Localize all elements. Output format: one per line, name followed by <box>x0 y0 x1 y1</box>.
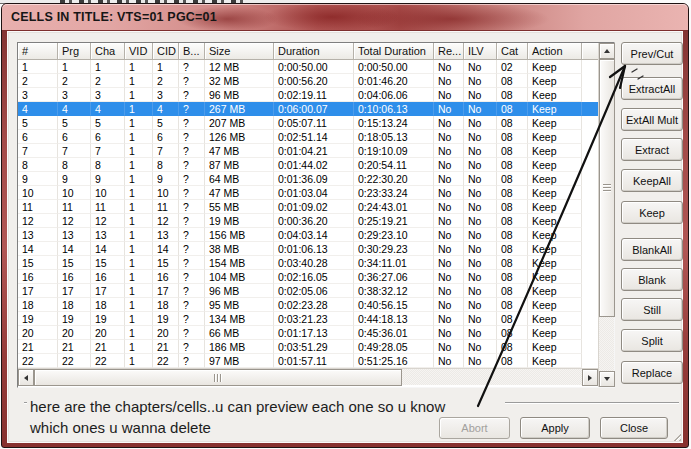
vertical-scrollbar[interactable] <box>598 43 614 387</box>
blank-button[interactable]: Blank <box>621 268 683 291</box>
cell: 08 <box>497 200 528 214</box>
cell: 1 <box>125 242 153 256</box>
cell: 3 <box>153 88 179 102</box>
extractall-button[interactable]: ExtractAll <box>621 77 683 100</box>
cell: No <box>434 354 464 368</box>
cell: 18 <box>18 298 58 312</box>
table-row-22[interactable]: 222222122?97 MB0:01:57.110:51:25.16NoNo0… <box>18 354 598 368</box>
cell: 11 <box>58 200 91 214</box>
scroll-up-button[interactable] <box>599 43 615 59</box>
replace-button[interactable]: Replace <box>621 361 683 384</box>
cell: 1 <box>125 312 153 326</box>
table-row-1[interactable]: 11111?12 MB0:00:50.000:00:50.00NoNo02Kee… <box>18 60 598 74</box>
column-header-duration[interactable]: Duration <box>274 43 354 60</box>
cell: 0:40:56.15 <box>354 298 434 312</box>
table-row-19[interactable]: 191919119?134 MB0:03:21.230:44:18.13NoNo… <box>18 312 598 326</box>
cell: 21 <box>153 340 179 354</box>
table-row-18[interactable]: 181818118?95 MB0:02:23.280:40:56.15NoNo0… <box>18 298 598 312</box>
cell: 0:02:19.11 <box>274 88 354 102</box>
cell: 08 <box>497 88 528 102</box>
horizontal-scrollbar-track[interactable] <box>402 369 582 385</box>
apply-button[interactable]: Apply <box>520 417 590 439</box>
cell: 104 MB <box>205 270 274 284</box>
table-row-9[interactable]: 99919?64 MB0:01:36.090:22:30.20NoNo08Kee… <box>18 172 598 186</box>
table-row-5[interactable]: 55515?207 MB0:05:07.110:15:13.24NoNo08Ke… <box>18 116 598 130</box>
table-row-6[interactable]: 66616?126 MB0:02:51.140:18:05.13NoNo08Ke… <box>18 130 598 144</box>
close-button[interactable]: Close <box>600 417 668 439</box>
vertical-scrollbar-thumb[interactable] <box>599 59 615 317</box>
cell: 0:03:21.23 <box>274 312 354 326</box>
table-row-17[interactable]: 171717117?96 MB0:02:05.060:38:32.12NoNo0… <box>18 284 598 298</box>
cell: 1 <box>125 326 153 340</box>
cell: Keep <box>528 172 582 186</box>
cell: 1 <box>125 116 153 130</box>
cell: 0:30:29.23 <box>354 242 434 256</box>
cell: No <box>464 340 497 354</box>
column-header-prg[interactable]: Prg <box>58 43 91 60</box>
cell: 0:00:56.20 <box>274 74 354 88</box>
table-row-20[interactable]: 202020120?66 MB0:01:17.130:45:36.01NoNo0… <box>18 326 598 340</box>
cell: 02 <box>497 60 528 74</box>
still-button[interactable]: Still <box>621 298 683 321</box>
cell: 1 <box>125 340 153 354</box>
table-row-4[interactable]: 44414?267 MB0:06:00.070:10:06.13NoNo08Ke… <box>18 102 598 116</box>
vertical-scrollbar-track[interactable] <box>599 317 614 371</box>
keep-button[interactable]: Keep <box>621 201 683 224</box>
scroll-right-button[interactable] <box>582 369 598 386</box>
cell: 38 MB <box>205 242 274 256</box>
scroll-down-button[interactable] <box>599 371 615 387</box>
column-header-re[interactable]: Re... <box>434 43 464 60</box>
column-header-cha[interactable]: Cha <box>91 43 125 60</box>
cell: 5 <box>58 116 91 130</box>
cell: 1 <box>125 228 153 242</box>
cell: 08 <box>497 214 528 228</box>
table-row-13[interactable]: 131313113?156 MB0:04:03.140:29:23.10NoNo… <box>18 228 598 242</box>
column-header-cat[interactable]: Cat <box>497 43 528 60</box>
column-header-[interactable]: # <box>18 43 58 60</box>
table-row-21[interactable]: 212121121?186 MB0:03:51.290:49:28.05NoNo… <box>18 340 598 354</box>
column-header-size[interactable]: Size <box>205 43 274 60</box>
table-row-15[interactable]: 151515115?154 MB0:03:40.280:34:11.01NoNo… <box>18 256 598 270</box>
prev-cut-button[interactable]: Prev/Cut <box>621 42 683 65</box>
horizontal-scrollbar[interactable] <box>18 368 598 385</box>
split-button[interactable]: Split <box>621 329 683 352</box>
blankall-button[interactable]: BlankAll <box>621 238 683 261</box>
column-header-b[interactable]: B... <box>179 43 205 60</box>
cell: 16 <box>58 270 91 284</box>
extall-mult-button[interactable]: ExtAll Mult <box>621 108 683 131</box>
cell: No <box>434 340 464 354</box>
table-row-2[interactable]: 22212?32 MB0:00:56.200:01:46.20NoNo08Kee… <box>18 74 598 88</box>
keepall-button[interactable]: KeepAll <box>621 169 683 192</box>
column-header-totalduration[interactable]: Total Duration <box>354 43 434 60</box>
cell: 0:03:51.29 <box>274 340 354 354</box>
cell: 1 <box>125 214 153 228</box>
dialog-titlebar[interactable]: CELLS IN TITLE: VTS=01 PGC=01 <box>2 4 688 31</box>
cell: Keep <box>528 270 582 284</box>
cell: Keep <box>528 102 582 116</box>
table-row-12[interactable]: 121212112?19 MB0:00:36.200:25:19.21NoNo0… <box>18 214 598 228</box>
cell: 1 <box>125 130 153 144</box>
table-row-7[interactable]: 77717?47 MB0:01:04.210:19:10.09NoNo08Kee… <box>18 144 598 158</box>
cell: 17 <box>153 284 179 298</box>
abort-button[interactable]: Abort <box>439 417 510 439</box>
table-row-3[interactable]: 33313?96 MB0:02:19.110:04:06.06NoNo08Kee… <box>18 88 598 102</box>
extract-button[interactable]: Extract <box>621 138 683 161</box>
cell: 08 <box>497 228 528 242</box>
scroll-left-button[interactable] <box>18 369 34 386</box>
cell: ? <box>179 214 205 228</box>
cell: 20 <box>91 326 125 340</box>
column-header-ilv[interactable]: ILV <box>464 43 497 60</box>
cell: 0:45:36.01 <box>354 326 434 340</box>
cell: No <box>434 88 464 102</box>
table-row-16[interactable]: 161616116?104 MB0:02:16.050:36:27.06NoNo… <box>18 270 598 284</box>
table-row-8[interactable]: 88818?87 MB0:01:44.020:20:54.11NoNo08Kee… <box>18 158 598 172</box>
table-row-10[interactable]: 101010110?47 MB0:01:03.040:23:33.24NoNo0… <box>18 186 598 200</box>
cell: 0:10:06.13 <box>354 102 434 116</box>
column-header-action[interactable]: Action <box>528 43 582 60</box>
table-row-14[interactable]: 141414114?38 MB0:01:06.130:30:29.23NoNo0… <box>18 242 598 256</box>
column-header-vid[interactable]: VID <box>125 43 153 60</box>
column-header-cid[interactable]: CID <box>153 43 179 60</box>
resize-grip-icon[interactable] <box>667 427 681 441</box>
horizontal-scrollbar-thumb[interactable] <box>34 369 402 386</box>
table-row-11[interactable]: 111111111?55 MB0:01:09.020:24:43.01NoNo0… <box>18 200 598 214</box>
